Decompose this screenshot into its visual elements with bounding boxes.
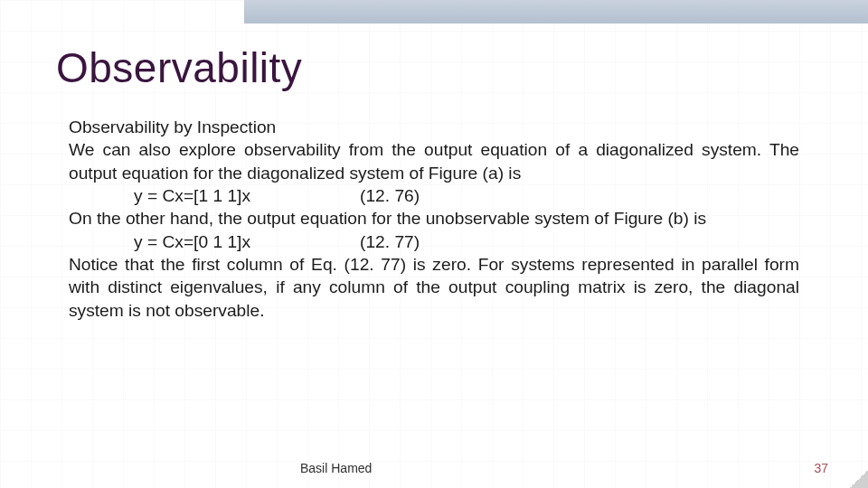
equation-2: y = Cx=[0 1 1]x (12. 77): [69, 230, 799, 253]
equation-2-expression: y = Cx=[0 1 1]x: [134, 230, 360, 253]
equation-1-expression: y = Cx=[1 1 1]x: [134, 184, 360, 207]
equation-1-number: (12. 76): [360, 184, 420, 207]
paragraph-1: We can also explore observability from t…: [69, 138, 799, 184]
top-accent-bar: [244, 0, 868, 23]
equation-2-number: (12. 77): [360, 230, 420, 253]
slide-body: Observability by Inspection We can also …: [69, 116, 799, 322]
paragraph-3: Notice that the first column of Eq. (12.…: [69, 253, 799, 322]
paragraph-2: On the other hand, the output equation f…: [69, 207, 799, 230]
slide-title: Observability: [56, 43, 302, 92]
page-curl-icon: [850, 470, 868, 488]
footer-author: Basil Hamed: [300, 461, 372, 475]
slide: Observability Observability by Inspectio…: [0, 0, 868, 488]
subtitle: Observability by Inspection: [69, 116, 799, 138]
footer-page-number: 37: [814, 461, 828, 475]
equation-1: y = Cx=[1 1 1]x (12. 76): [69, 184, 799, 207]
